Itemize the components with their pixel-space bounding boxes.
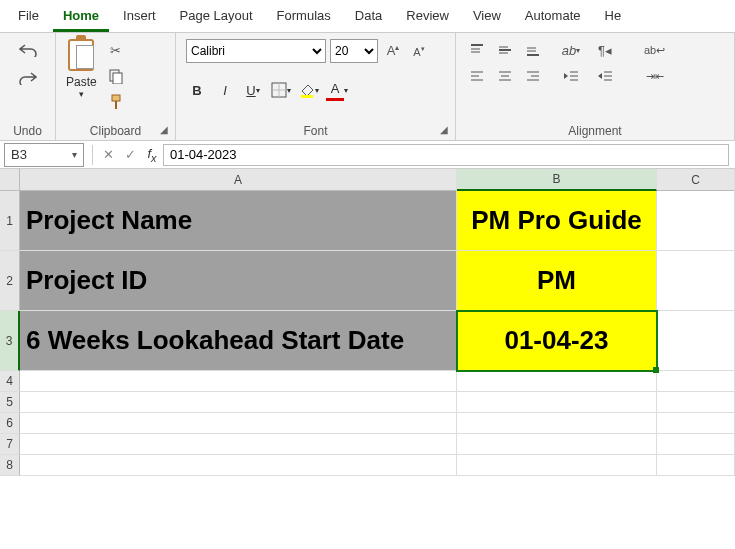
align-center-button[interactable] xyxy=(494,65,516,87)
italic-button[interactable]: I xyxy=(214,79,236,101)
orientation-button[interactable]: ab▾ xyxy=(560,39,582,61)
align-right-button[interactable] xyxy=(522,65,544,87)
row-header-5[interactable]: 5 xyxy=(0,392,20,413)
chevron-down-icon: ▾ xyxy=(72,149,77,160)
cell-b3[interactable]: 01-04-23 xyxy=(457,311,657,371)
menu-tab-review[interactable]: Review xyxy=(396,4,459,32)
bold-button[interactable]: B xyxy=(186,79,208,101)
cell-a8[interactable] xyxy=(20,455,457,476)
fill-color-button[interactable]: ▾ xyxy=(298,79,320,101)
cancel-button[interactable]: ✕ xyxy=(97,144,119,166)
formula-input[interactable] xyxy=(163,144,729,166)
dialog-launcher-icon[interactable]: ◢ xyxy=(157,122,171,136)
align-left-button[interactable] xyxy=(466,65,488,87)
align-left-icon xyxy=(470,69,484,83)
row-header-8[interactable]: 8 xyxy=(0,455,20,476)
ribbon-group-font: Calibri 20 A▴ A▾ B I U▾ ▾ ▾ A▾ Font ◢ xyxy=(176,33,456,140)
row-header-3[interactable]: 3 xyxy=(0,311,20,371)
cell-a4[interactable] xyxy=(20,371,457,392)
row-header-6[interactable]: 6 xyxy=(0,413,20,434)
menu-tab-formulas[interactable]: Formulas xyxy=(267,4,341,32)
dialog-launcher-icon[interactable]: ◢ xyxy=(437,122,451,136)
menu-tab-page-layout[interactable]: Page Layout xyxy=(170,4,263,32)
rtl-button[interactable]: ¶◂ xyxy=(594,39,616,61)
row-header-7[interactable]: 7 xyxy=(0,434,20,455)
copy-button[interactable] xyxy=(105,65,127,87)
cell-b1[interactable]: PM Pro Guide xyxy=(457,191,657,251)
font-size-select[interactable]: 20 xyxy=(330,39,378,63)
cell-a2[interactable]: Project ID xyxy=(20,251,457,311)
col-header-b[interactable]: B xyxy=(457,169,657,191)
underline-button[interactable]: U▾ xyxy=(242,79,264,101)
menu-tab-home[interactable]: Home xyxy=(53,4,109,32)
separator xyxy=(92,145,93,165)
confirm-button[interactable]: ✓ xyxy=(119,144,141,166)
menu-tab-view[interactable]: View xyxy=(463,4,511,32)
format-painter-button[interactable] xyxy=(105,91,127,113)
insert-function-button[interactable]: fx xyxy=(141,146,163,164)
cell-c2[interactable] xyxy=(657,251,735,311)
cell-c7[interactable] xyxy=(657,434,735,455)
scissors-icon: ✂ xyxy=(110,43,121,58)
select-all-corner[interactable] xyxy=(0,169,20,191)
cut-button[interactable]: ✂ xyxy=(105,39,127,61)
align-middle-button[interactable] xyxy=(494,39,516,61)
col-header-a[interactable]: A xyxy=(20,169,457,191)
ribbon-group-label: Clipboard xyxy=(66,120,165,138)
cell-a3[interactable]: 6 Weeks Lookahead Start Date xyxy=(20,311,457,371)
increase-indent-button[interactable] xyxy=(594,65,616,87)
cell-c3[interactable] xyxy=(657,311,735,371)
cell-b6[interactable] xyxy=(457,413,657,434)
cell-a1[interactable]: Project Name xyxy=(20,191,457,251)
cell-b5[interactable] xyxy=(457,392,657,413)
redo-icon xyxy=(19,71,37,85)
svg-rect-2 xyxy=(112,95,120,101)
menu-tab-data[interactable]: Data xyxy=(345,4,392,32)
font-name-select[interactable]: Calibri xyxy=(186,39,326,63)
cell-c6[interactable] xyxy=(657,413,735,434)
undo-button[interactable] xyxy=(17,39,39,61)
align-top-button[interactable] xyxy=(466,39,488,61)
align-right-icon xyxy=(526,69,540,83)
ribbon-group-label: Alignment xyxy=(466,120,724,138)
row-header-1[interactable]: 1 xyxy=(0,191,20,251)
menu-tab-help[interactable]: He xyxy=(595,4,632,32)
cell-c8[interactable] xyxy=(657,455,735,476)
cell-a6[interactable] xyxy=(20,413,457,434)
paste-button[interactable]: Paste ▾ xyxy=(66,39,97,99)
cell-b2[interactable]: PM xyxy=(457,251,657,311)
cell-c1[interactable] xyxy=(657,191,735,251)
name-box[interactable]: B3 ▾ xyxy=(4,143,84,167)
decrease-indent-button[interactable] xyxy=(560,65,582,87)
font-color-button[interactable]: A▾ xyxy=(326,79,348,101)
cell-b7[interactable] xyxy=(457,434,657,455)
x-icon: ✕ xyxy=(103,147,114,162)
menu-tab-insert[interactable]: Insert xyxy=(113,4,166,32)
row-header-2[interactable]: 2 xyxy=(0,251,20,311)
svg-rect-1 xyxy=(113,73,122,84)
merge-center-button[interactable]: ⇥⇤ xyxy=(642,65,668,87)
borders-icon xyxy=(271,82,287,98)
cell-c4[interactable] xyxy=(657,371,735,392)
borders-button[interactable]: ▾ xyxy=(270,79,292,101)
cell-c5[interactable] xyxy=(657,392,735,413)
row-header-4[interactable]: 4 xyxy=(0,371,20,392)
cell-b4[interactable] xyxy=(457,371,657,392)
cell-a7[interactable] xyxy=(20,434,457,455)
row-headers: 1 2 3 4 5 6 7 8 xyxy=(0,169,20,549)
cell-a5[interactable] xyxy=(20,392,457,413)
paintbrush-icon xyxy=(108,94,124,110)
align-bottom-button[interactable] xyxy=(522,39,544,61)
col-header-c[interactable]: C xyxy=(657,169,735,191)
wrap-text-button[interactable]: ab↩ xyxy=(640,39,669,61)
ribbon-group-label: Font xyxy=(186,120,445,138)
check-icon: ✓ xyxy=(125,147,136,162)
decrease-font-button[interactable]: A▾ xyxy=(408,40,430,62)
menu-tab-file[interactable]: File xyxy=(8,4,49,32)
menu-tab-automate[interactable]: Automate xyxy=(515,4,591,32)
redo-button[interactable] xyxy=(17,67,39,89)
increase-font-button[interactable]: A▴ xyxy=(382,40,404,62)
merge-icon: ⇥⇤ xyxy=(646,70,664,83)
cell-b8[interactable] xyxy=(457,455,657,476)
orientation-icon: ab xyxy=(562,43,576,58)
